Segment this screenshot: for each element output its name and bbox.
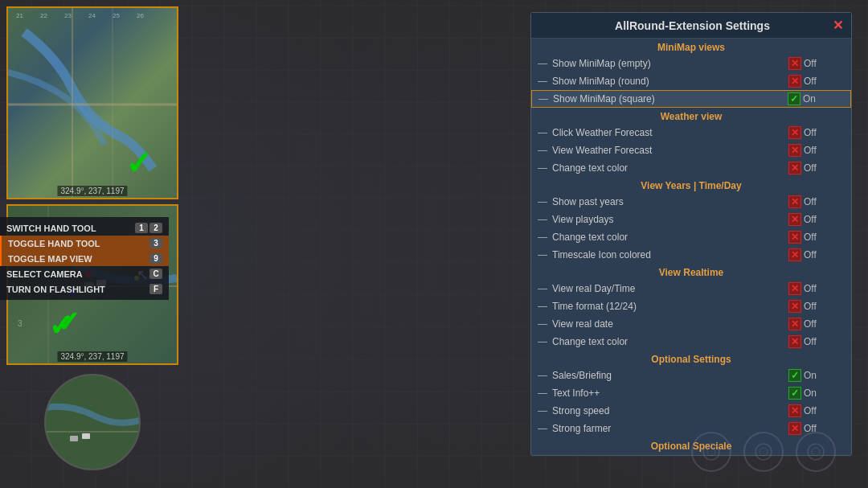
deco-circle-3 <box>796 432 836 472</box>
red-x-icon: ✕ <box>69 394 117 450</box>
toolbar-toggle-map[interactable]: TOGGLE MAP VIEW 9 <box>0 251 169 266</box>
toolbar-select-camera-label: SELECT CAMERA <box>6 269 83 279</box>
row-view-playdays[interactable]: — View playdays ✕ Off <box>531 211 851 228</box>
row-strong-speed[interactable]: — Strong speed ✕ Off <box>531 402 851 420</box>
toggle-view-weather-icon[interactable]: ✕ <box>788 144 801 157</box>
row-years-text-color[interactable]: — Change text color ✕ Off <box>531 228 851 246</box>
map-frame-circle: 4 ✕ 322.4°, 237, 1197 <box>6 370 178 474</box>
section-realtime-header: View Realtime <box>531 264 851 280</box>
row-weather-text-color[interactable]: — Change text color ✕ Off <box>531 159 851 177</box>
map-large-coords: 324.9°, 237, 1197 <box>57 186 127 196</box>
row-view-real-date[interactable]: — View real date ✕ Off <box>531 315 851 333</box>
row-click-weather[interactable]: — Click Weather Forecast ✕ Off <box>531 124 851 141</box>
map-medium-coords: 324.9°, 237, 1197 <box>57 351 127 362</box>
row-text-info[interactable]: — Text Info++ ✓ On <box>531 384 851 402</box>
toggle-sales-briefing-icon[interactable]: ✓ <box>788 369 801 382</box>
row-minimap-empty[interactable]: — Show MiniMap (empty) ✕ Off <box>531 55 851 72</box>
toggle-minimap-square-icon[interactable]: ✓ <box>788 92 800 105</box>
svg-point-27 <box>755 444 772 460</box>
main-container: 21 22 23 24 25 26 324.9°, 237, 1197 <box>0 0 868 488</box>
toolbar-toggle-hand-label: TOGGLE HAND TOOL <box>8 239 100 248</box>
svg-text:26: 26 <box>137 12 144 19</box>
section-weather-header: Weather view <box>531 108 851 124</box>
row-minimap-square[interactable]: — Show MiniMap (square) ✓ On <box>531 90 851 108</box>
toggle-past-years-icon[interactable]: ✕ <box>788 195 801 208</box>
toolbar-select-camera[interactable]: SELECT CAMERA C <box>0 266 169 281</box>
toolbar-switch-hand[interactable]: SWITCH HAND TOOL 1 2 <box>0 220 169 236</box>
map-frame-large: 21 22 23 24 25 26 324.9°, 237, 1197 <box>6 6 178 199</box>
settings-header: AllRound-Extension Settings ✕ <box>531 13 851 39</box>
toggle-minimap-empty-icon[interactable]: ✕ <box>788 57 801 70</box>
toggle-minimap-round-icon[interactable]: ✕ <box>788 75 801 88</box>
toggle-real-daytime-icon[interactable]: ✕ <box>788 282 801 295</box>
toggle-click-weather-icon[interactable]: ✕ <box>788 126 801 139</box>
toggle-real-date-icon[interactable]: ✕ <box>788 318 801 330</box>
row-show-past-years[interactable]: — Show past years ✕ Off <box>531 193 851 211</box>
toggle-time-format-icon[interactable]: ✕ <box>788 300 801 313</box>
settings-panel: AllRound-Extension Settings ✕ MiniMap vi… <box>530 12 852 456</box>
deco-circle-1 <box>691 432 731 472</box>
toolbar-flashlight-label: TURN ON FLASHLIGHT <box>6 285 105 294</box>
close-button[interactable]: ✕ <box>833 18 843 33</box>
toggle-map-keys: 9 <box>149 253 162 264</box>
toggle-text-info-icon[interactable]: ✓ <box>788 387 801 400</box>
section-optional-header: Optional Settings <box>531 351 851 367</box>
svg-text:3: 3 <box>18 319 23 328</box>
section-minimap-header: MiniMap views <box>531 39 851 55</box>
row-timescale-colored[interactable]: — Timescale Icon colored ✕ Off <box>531 246 851 264</box>
map-circle: 4 ✕ <box>44 374 141 470</box>
toggle-years-text-color-icon[interactable]: ✕ <box>788 231 801 244</box>
row-realtime-text-color[interactable]: — Change text color ✕ Off <box>531 333 851 351</box>
toolbar-toggle-hand[interactable]: TOGGLE HAND TOOL 3 <box>0 236 169 251</box>
deco-icons <box>691 432 836 472</box>
row-time-format[interactable]: — Time format (12/24) ✕ Off <box>531 297 851 315</box>
svg-point-26 <box>707 448 715 456</box>
svg-point-25 <box>703 444 719 460</box>
toggle-hand-keys: 3 <box>149 238 162 248</box>
flashlight-keys: F <box>149 284 162 294</box>
toolbar-toggle-map-label: TOGGLE MAP VIEW <box>8 254 92 264</box>
svg-text:25: 25 <box>113 12 120 19</box>
svg-text:24: 24 <box>88 12 96 19</box>
row-sales-briefing[interactable]: — Sales/Briefing ✓ On <box>531 367 851 384</box>
row-view-real-daytime[interactable]: — View real Day/Time ✕ Off <box>531 280 851 297</box>
svg-point-28 <box>760 448 768 456</box>
map-large-bg: 21 22 23 24 25 26 <box>8 8 177 198</box>
select-camera-keys: C <box>149 269 162 279</box>
toggle-realtime-text-color-icon[interactable]: ✕ <box>788 335 801 348</box>
toggle-strong-speed-icon[interactable]: ✕ <box>788 404 801 417</box>
settings-title: AllRound-Extension Settings <box>552 19 833 32</box>
switch-hand-keys: 1 2 <box>135 223 162 233</box>
svg-point-29 <box>808 444 824 460</box>
row-view-weather[interactable]: — View Weather Forecast ✕ Off <box>531 141 851 159</box>
svg-point-30 <box>812 448 820 456</box>
svg-text:22: 22 <box>40 12 47 19</box>
toolbar-switch-hand-label: SWITCH HAND TOOL <box>6 223 96 233</box>
deco-circle-2 <box>743 432 784 472</box>
toggle-timescale-icon[interactable]: ✕ <box>788 248 801 261</box>
section-years-header: View Years | Time/Day <box>531 177 851 193</box>
row-minimap-round[interactable]: — Show MiniMap (round) ✕ Off <box>531 72 851 90</box>
toggle-playdays-icon[interactable]: ✕ <box>788 213 801 226</box>
toggle-weather-text-color-icon[interactable]: ✕ <box>788 162 801 174</box>
toolbar: SWITCH HAND TOOL 1 2 TOGGLE HAND TOOL 3 … <box>0 217 169 300</box>
svg-text:4: 4 <box>50 384 55 393</box>
svg-text:23: 23 <box>64 12 72 19</box>
svg-text:21: 21 <box>16 12 23 19</box>
toolbar-flashlight[interactable]: TURN ON FLASHLIGHT F <box>0 281 169 297</box>
